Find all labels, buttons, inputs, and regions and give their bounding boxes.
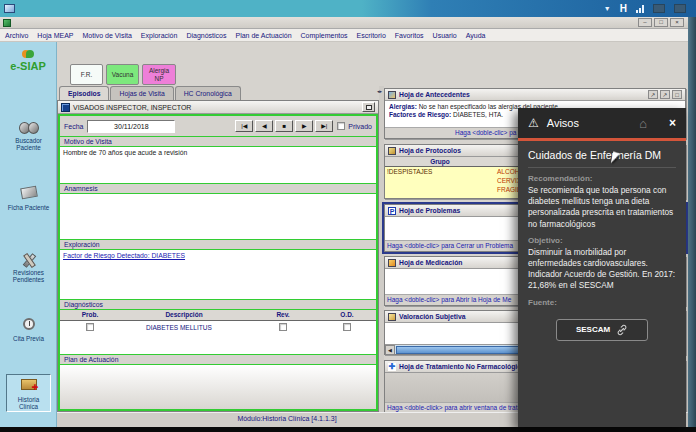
plan-actuacion-textarea[interactable] bbox=[60, 365, 376, 409]
close-button[interactable]: × bbox=[670, 18, 684, 27]
menu-ayuda[interactable]: Ayuda bbox=[466, 32, 486, 39]
session-icon bbox=[4, 4, 15, 13]
quick-buttons: F.R. Vacuna Alergia NP bbox=[70, 64, 176, 85]
restore-button[interactable]: □ bbox=[654, 18, 668, 27]
factores-text: DIABETES, HTA. bbox=[453, 111, 503, 118]
prob-checkbox[interactable] bbox=[86, 323, 94, 331]
visit-window-icon bbox=[61, 103, 70, 112]
visit-form: Fecha 30/11/2018 |◀ ◀ ■ ▶ ▶| Privado Mot… bbox=[58, 114, 378, 411]
menu-exploracion[interactable]: Exploración bbox=[141, 32, 178, 39]
avisos-body: Cuidados de Enfermería DM Recomendación:… bbox=[518, 141, 686, 341]
visit-window-title: VISADOS INSPECTOR, INSPECTOR bbox=[73, 104, 191, 111]
tab-hc-cronologica[interactable]: HC Cronológica bbox=[175, 86, 241, 100]
vacuna-button[interactable]: Vacuna bbox=[106, 64, 139, 85]
sidebar-item-buscador-paciente[interactable]: Buscador Paciente bbox=[0, 120, 57, 151]
exploracion-textarea[interactable]: Factor de Riesgo Detectado: DIABETES bbox=[60, 250, 376, 299]
od-checkbox[interactable] bbox=[343, 323, 351, 331]
medicacion-icon bbox=[388, 259, 396, 267]
menu-favoritos[interactable]: Favoritos bbox=[395, 32, 424, 39]
scroll-left-icon[interactable]: ◀ bbox=[385, 345, 395, 355]
col-od: O.D. bbox=[318, 310, 376, 320]
fr-button[interactable]: F.R. bbox=[70, 64, 103, 85]
objetivo-text: Disminuir la morbilidad por enfermedades… bbox=[528, 247, 676, 292]
esiap-logo-icon bbox=[20, 50, 36, 60]
warning-icon: ⚠ bbox=[528, 116, 539, 130]
anamnesis-textarea[interactable] bbox=[60, 194, 376, 239]
session-button-2[interactable] bbox=[674, 4, 686, 13]
alergia-np-button[interactable]: Alergia NP bbox=[142, 64, 176, 85]
diagnosticos-table-header: Prob. Descripción Rev. O.D. bbox=[60, 310, 376, 321]
menu-complementos[interactable]: Complementos bbox=[301, 32, 348, 39]
col-grupo: Grupo bbox=[385, 157, 495, 166]
aviso-card-title: Cuidados de Enfermería DM bbox=[528, 149, 676, 168]
fecha-label: Fecha bbox=[64, 123, 83, 130]
minimize-button[interactable]: – bbox=[638, 18, 652, 27]
diagnosticos-label: Diagnósticos bbox=[60, 299, 376, 310]
menu-diagnosticos[interactable]: Diagnósticos bbox=[186, 32, 226, 39]
sidebar-item-cita-previa[interactable]: Cita Previa bbox=[0, 317, 57, 342]
tab-hojas-de-visita[interactable]: Hojas de Visita bbox=[110, 86, 173, 100]
visit-window: VISADOS INSPECTOR, INSPECTOR Fecha 30/11… bbox=[57, 100, 379, 412]
motivo-visita-label: Motivo de Visita bbox=[60, 136, 376, 147]
folder-cross-icon bbox=[18, 379, 40, 394]
chevron-down-icon[interactable]: ▼ bbox=[604, 5, 611, 12]
protocolos-icon bbox=[388, 147, 396, 155]
protocolo-grupo: !DESPISTAJES bbox=[385, 167, 495, 198]
menu-escritorio[interactable]: Escritorio bbox=[357, 32, 386, 39]
card-icon bbox=[18, 187, 40, 202]
sidebar-item-revisiones-pendientes[interactable]: Revisiones Pendientes bbox=[0, 252, 57, 283]
antecedentes-titlebar[interactable]: Hoja de Antecedentes ↗ ↗ □ bbox=[385, 89, 685, 101]
motivo-visita-textarea[interactable]: Hombre de 70 años que acude a revisión bbox=[60, 147, 376, 183]
factor-riesgo-link[interactable]: Factor de Riesgo Detectado: DIABETES bbox=[63, 252, 185, 259]
visit-window-close-button[interactable] bbox=[362, 102, 375, 112]
avisos-close-icon[interactable]: × bbox=[669, 116, 676, 130]
video-letterbox bbox=[0, 427, 696, 432]
link-icon bbox=[616, 324, 628, 336]
tab-strip: Episodios Hojas de Visita HC Cronológica bbox=[57, 86, 379, 100]
avisos-header: ⚠ Avisos ⌂ × bbox=[518, 108, 686, 138]
diagnosticos-table: Prob. Descripción Rev. O.D. DIABETES MEL… bbox=[60, 310, 376, 354]
menu-motivo-visita[interactable]: Motivo de Visita bbox=[83, 32, 132, 39]
table-row[interactable]: DIABETES MELLITUS bbox=[60, 321, 376, 333]
nav-prev-button[interactable]: ◀ bbox=[255, 120, 273, 132]
home-icon[interactable]: ⌂ bbox=[639, 116, 647, 131]
tools-icon bbox=[18, 252, 40, 267]
privado-label: Privado bbox=[348, 123, 372, 130]
app-icon bbox=[3, 19, 11, 27]
plan-actuacion-label: Plan de Actuación bbox=[60, 354, 376, 365]
session-button-1[interactable] bbox=[653, 4, 665, 13]
remote-session-bar: ▼ H bbox=[0, 0, 696, 17]
menu-archivo[interactable]: Archivo bbox=[5, 32, 28, 39]
fecha-input[interactable]: 30/11/2018 bbox=[87, 120, 175, 133]
recomendacion-label: Recomendación: bbox=[528, 174, 676, 183]
remote-app-icon: H bbox=[620, 3, 627, 14]
rev-checkbox[interactable] bbox=[279, 323, 287, 331]
sidebar-item-ficha-paciente[interactable]: Ficha Paciente bbox=[0, 185, 57, 211]
desktop-edge bbox=[688, 17, 696, 432]
sescam-source-button[interactable]: SESCAM bbox=[556, 319, 648, 341]
antecedentes-icon bbox=[388, 91, 396, 99]
menu-usuario[interactable]: Usuario bbox=[433, 32, 457, 39]
tab-episodios[interactable]: Episodios bbox=[59, 86, 109, 100]
nav-next-button[interactable]: ▶ bbox=[295, 120, 313, 132]
antecedentes-close-icon[interactable]: □ bbox=[672, 90, 682, 99]
menu-plan-actuacion[interactable]: Plan de Actuación bbox=[235, 32, 291, 39]
antecedentes-resize2-icon[interactable]: ↗ bbox=[660, 90, 670, 99]
nav-stop-button[interactable]: ■ bbox=[275, 120, 293, 132]
col-prob: Prob. bbox=[60, 310, 120, 320]
col-descripcion: Descripción bbox=[120, 310, 248, 320]
binoculars-icon bbox=[18, 120, 40, 135]
sidebar-item-historia-clinica[interactable]: Historia Clínica bbox=[6, 374, 51, 412]
nav-first-button[interactable]: |◀ bbox=[235, 120, 253, 132]
fuente-label: Fuente: bbox=[528, 298, 676, 307]
diagnostico-descripcion: DIABETES MELLITUS bbox=[120, 324, 248, 331]
privado-checkbox[interactable] bbox=[337, 122, 345, 130]
nav-last-button[interactable]: ▶| bbox=[315, 120, 333, 132]
menu-hoja-meap[interactable]: Hoja MEAP bbox=[37, 32, 73, 39]
visit-window-titlebar[interactable]: VISADOS INSPECTOR, INSPECTOR bbox=[58, 101, 378, 114]
sidebar: e-SIAP Buscador Paciente Ficha Paciente … bbox=[0, 42, 57, 427]
antecedentes-resize-icon[interactable]: ↗ bbox=[648, 90, 658, 99]
main-panel: Episodios Hojas de Visita HC Cronológica… bbox=[57, 86, 379, 412]
module-status-text: Módulo:Historia Clínica [4.1.1.3] bbox=[57, 415, 517, 422]
esiap-logo: e-SIAP bbox=[0, 50, 56, 72]
